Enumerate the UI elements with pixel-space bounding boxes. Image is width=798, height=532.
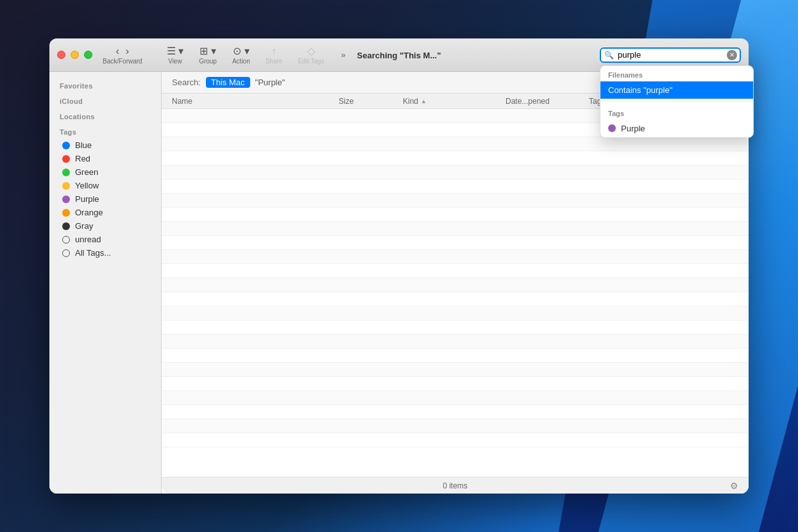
action-button[interactable]: ⊙ ▾ Action bbox=[231, 44, 251, 66]
table-row bbox=[162, 433, 749, 447]
status-items-count: 0 items bbox=[443, 481, 468, 490]
table-row bbox=[162, 236, 749, 250]
minimize-button[interactable] bbox=[71, 51, 79, 59]
search-token-purple[interactable]: "Purple" bbox=[255, 78, 285, 87]
blue-dot bbox=[62, 142, 70, 149]
toolbar-items: ☰ ▾ View ⊞ ▾ Group ⊙ ▾ Action ↑ Share ◇ … bbox=[166, 44, 348, 66]
nav-label: Back/Forward bbox=[103, 58, 142, 65]
sidebar-item-orange[interactable]: Orange bbox=[52, 206, 158, 219]
table-row bbox=[162, 363, 749, 377]
sidebar-item-gray[interactable]: Gray bbox=[52, 219, 158, 233]
maximize-button[interactable] bbox=[84, 51, 92, 59]
sidebar-item-purple-label: Purple bbox=[75, 194, 99, 204]
table-row bbox=[162, 349, 749, 363]
table-row bbox=[162, 194, 749, 208]
share-label: Share bbox=[266, 58, 283, 65]
sidebar-item-red-label: Red bbox=[75, 154, 90, 163]
forward-button[interactable]: › bbox=[123, 45, 132, 58]
sidebar-item-yellow-label: Yellow bbox=[75, 181, 99, 190]
sidebar-item-unread[interactable]: unread bbox=[52, 233, 158, 246]
table-row bbox=[162, 335, 749, 349]
col-header-name[interactable]: Name bbox=[172, 97, 339, 106]
col-header-kind[interactable]: Kind ▲ bbox=[403, 97, 505, 106]
purple-tag-dot bbox=[608, 124, 616, 132]
table-row bbox=[162, 391, 749, 405]
search-container: 🔍 ✕ Filenames Contains "purple" Tags Pur… bbox=[600, 47, 741, 63]
table-row bbox=[162, 179, 749, 194]
view-label: View bbox=[168, 58, 182, 65]
purple-tag-label: Purple bbox=[621, 124, 645, 133]
table-row bbox=[162, 292, 749, 306]
search-clear-button[interactable]: ✕ bbox=[727, 50, 737, 60]
loading-container: Loading... bbox=[162, 447, 749, 477]
all-tags-dot bbox=[62, 249, 70, 257]
search-token-this-mac[interactable]: This Mac bbox=[206, 77, 250, 88]
red-dot bbox=[62, 155, 70, 163]
file-list[interactable]: Loading... bbox=[162, 109, 749, 477]
col-header-date[interactable]: Date...pened bbox=[505, 97, 589, 106]
window-title-area: Searching "This M..." bbox=[357, 38, 441, 72]
group-icon: ⊞ ▾ bbox=[200, 45, 216, 57]
more-button[interactable]: » bbox=[338, 50, 348, 60]
view-icon: ☰ ▾ bbox=[167, 45, 183, 57]
group-button[interactable]: ⊞ ▾ Group bbox=[198, 44, 218, 66]
table-row bbox=[162, 306, 749, 320]
sidebar-item-blue-label: Blue bbox=[75, 140, 92, 150]
status-gear-icon[interactable]: ⚙ bbox=[730, 481, 738, 491]
search-icon: 🔍 bbox=[604, 51, 614, 60]
filename-contains-item[interactable]: Contains "purple" bbox=[600, 81, 753, 99]
purple-dot bbox=[62, 195, 70, 203]
tags-label: Tags bbox=[49, 123, 161, 138]
sidebar-item-yellow[interactable]: Yellow bbox=[52, 179, 158, 192]
sidebar-item-green-label: Green bbox=[75, 167, 98, 177]
gray-dot bbox=[62, 222, 70, 230]
edit-tags-label: Edit Tags bbox=[298, 58, 324, 65]
sidebar-item-orange-label: Orange bbox=[75, 208, 103, 217]
finder-window: ‹ › Back/Forward ☰ ▾ View ⊞ ▾ Group ⊙ ▾ … bbox=[49, 38, 749, 494]
action-icon: ⊙ ▾ bbox=[233, 45, 249, 57]
share-button[interactable]: ↑ Share bbox=[264, 44, 284, 66]
share-icon: ↑ bbox=[271, 46, 276, 57]
tags-header: Tags bbox=[600, 104, 753, 120]
sort-arrow-icon: ▲ bbox=[421, 98, 427, 104]
orange-dot bbox=[62, 209, 70, 217]
sidebar-item-green[interactable]: Green bbox=[52, 165, 158, 179]
table-row bbox=[162, 250, 749, 264]
table-row bbox=[162, 405, 749, 419]
edit-tags-button[interactable]: ◇ Edit Tags bbox=[296, 44, 325, 66]
sidebar: Favorites iCloud Locations Tags Blue Red… bbox=[49, 72, 162, 494]
traffic-lights bbox=[57, 51, 92, 59]
sidebar-item-gray-label: Gray bbox=[75, 221, 93, 231]
table-row bbox=[162, 137, 749, 151]
table-row bbox=[162, 165, 749, 179]
dropdown-separator bbox=[600, 101, 753, 102]
nav-group: ‹ › Back/Forward bbox=[103, 45, 142, 65]
search-input[interactable] bbox=[600, 47, 741, 63]
table-row bbox=[162, 208, 749, 222]
status-bar: 0 items ⚙ bbox=[162, 477, 749, 494]
filenames-header: Filenames bbox=[600, 66, 753, 81]
sidebar-item-blue[interactable]: Blue bbox=[52, 138, 158, 152]
sidebar-item-all-tags[interactable]: All Tags... bbox=[52, 246, 158, 260]
back-button[interactable]: ‹ bbox=[114, 45, 122, 58]
yellow-dot bbox=[62, 182, 70, 190]
sidebar-item-purple[interactable]: Purple bbox=[52, 192, 158, 206]
icloud-label: iCloud bbox=[49, 92, 161, 108]
close-button[interactable] bbox=[57, 51, 65, 59]
window-title-main: Searching "This M..." bbox=[357, 51, 441, 60]
edit-tags-icon: ◇ bbox=[307, 45, 315, 57]
view-button[interactable]: ☰ ▾ View bbox=[166, 44, 185, 66]
unread-dot bbox=[62, 236, 70, 244]
table-row bbox=[162, 151, 749, 165]
tags-purple-item[interactable]: Purple bbox=[600, 120, 753, 137]
table-row bbox=[162, 377, 749, 391]
sidebar-item-red[interactable]: Red bbox=[52, 152, 158, 165]
action-label: Action bbox=[232, 58, 250, 65]
table-row bbox=[162, 320, 749, 335]
search-scope-label: Search: bbox=[172, 78, 201, 87]
table-row bbox=[162, 264, 749, 278]
col-header-size[interactable]: Size bbox=[339, 97, 403, 106]
sidebar-item-all-tags-label: All Tags... bbox=[75, 248, 111, 258]
title-bar: ‹ › Back/Forward ☰ ▾ View ⊞ ▾ Group ⊙ ▾ … bbox=[49, 38, 749, 72]
green-dot bbox=[62, 169, 70, 176]
